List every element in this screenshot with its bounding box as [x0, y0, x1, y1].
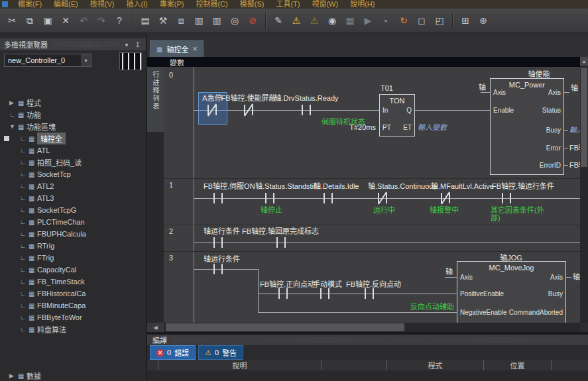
axis-variable[interactable]: 轴 — [466, 83, 486, 91]
pin-icon[interactable]: ↧ — [134, 41, 142, 48]
line-comment-tab[interactable]: 行註釋列表 — [147, 67, 164, 132]
tree-item[interactable]: ∟▦ATL3 — [0, 192, 146, 204]
warning-dim-icon[interactable]: ⚠ — [306, 12, 323, 29]
no-contact[interactable] — [263, 193, 276, 203]
tree-item[interactable]: ∟▦FBUPHCalcula — [0, 228, 146, 240]
build-tools-icon[interactable]: ⚒ — [154, 12, 172, 29]
ladder-editor[interactable]: 0 A急停 FB轴控.使能屏蔽 轴.DrvStatus.Ready 伺服待机状态… — [164, 67, 580, 323]
vertical-scrollbar[interactable]: ▲ — [580, 57, 588, 323]
errors-tab[interactable]: ✕ 0 錯誤 — [150, 345, 196, 360]
menu-controller[interactable]: 控制器(C) — [190, 0, 233, 9]
tree-item[interactable]: ∟▦FBByteToWor — [0, 311, 146, 323]
ladder-editor-icon[interactable]: ⧈ — [172, 12, 190, 29]
tree-item-axis-control[interactable]: ∟▦轴控全 — [0, 133, 146, 144]
tree-item-function-blocks[interactable]: ▼▦功能區塊 — [0, 121, 146, 133]
tree-item-data[interactable]: ▶▦數據 — [0, 370, 146, 381]
nc-contact-emergency-stop[interactable] — [206, 105, 219, 115]
tab-axis-control[interactable]: ▦ 轴控全 × — [150, 40, 204, 57]
column-location[interactable]: 位置 — [483, 360, 551, 370]
no-contact[interactable] — [500, 193, 513, 203]
chevron-down-icon[interactable]: ▼ — [81, 54, 91, 66]
horizontal-scrollbar-thumb[interactable] — [166, 323, 404, 331]
scroll-up-button[interactable]: ▲ — [580, 57, 588, 66]
timer-block-ton[interactable]: TON In Q PT ET — [379, 94, 415, 136]
zoom-icon[interactable]: ⊕ — [475, 12, 492, 29]
tree-item[interactable]: ∟▦SocketTcp — [0, 168, 146, 180]
tree-item[interactable]: ∟▦拍照_扫码_读 — [0, 156, 146, 168]
frame-a-icon[interactable]: ◻ — [413, 12, 430, 29]
controller-select[interactable]: new_Controller_0 ▼ — [4, 54, 91, 67]
frame-b-icon[interactable]: ◰ — [431, 12, 448, 29]
undo-icon[interactable]: ↶ — [75, 12, 92, 29]
menu-file[interactable]: 檔案(F) — [12, 0, 48, 9]
no-contact[interactable] — [276, 288, 290, 299]
tree-item[interactable]: ∟▦RTrig — [0, 240, 146, 252]
variables-section-bar[interactable]: 變數 — [147, 57, 588, 67]
tree-item[interactable]: ∟▦SocketTcpG — [0, 204, 146, 216]
rung-number[interactable]: 2 — [169, 227, 173, 235]
function-block-mc-movejog[interactable]: MC_MoveJog Axis PositiveEnable NegativeE… — [457, 261, 566, 323]
watch-icon[interactable]: ◉ — [323, 12, 341, 29]
menu-view[interactable]: 檢視(V) — [84, 0, 121, 9]
menu-project[interactable]: 專案(P) — [154, 0, 190, 9]
no-contact[interactable] — [211, 193, 225, 203]
monitor-icon[interactable]: ▥ — [208, 12, 225, 29]
sync-icon[interactable]: ↻ — [395, 12, 412, 29]
menu-edit[interactable]: 編輯(E) — [48, 0, 84, 9]
errorid-out-variable[interactable]: FB轴控 — [569, 161, 580, 169]
help-icon[interactable]: ? — [111, 12, 128, 29]
no-contact[interactable] — [211, 237, 225, 248]
tree-item[interactable]: ∟▦ATL — [0, 144, 146, 156]
vertical-scrollbar-thumb[interactable] — [581, 68, 587, 167]
search-icon[interactable]: ◎ — [226, 12, 243, 29]
abort-icon[interactable]: ⊘ — [244, 12, 261, 29]
no-contact[interactable] — [274, 237, 288, 248]
tree-item[interactable]: ∟▦FBHistoricalCa — [0, 288, 146, 299]
tree-item[interactable]: ∟▦FB_TimeStack — [0, 276, 146, 288]
nc-contact[interactable] — [376, 193, 389, 203]
tree-item[interactable]: ∟▦CapacityCal — [0, 264, 146, 276]
no-contact[interactable] — [322, 193, 335, 203]
rung-number[interactable]: 0 — [169, 71, 173, 79]
rung-number[interactable]: 1 — [169, 181, 173, 189]
warnings-tab[interactable]: ⚠ 0 警告 — [198, 345, 243, 360]
menu-window[interactable]: 視窗(W) — [306, 0, 344, 9]
menu-help[interactable]: 說明(H) — [344, 0, 381, 9]
collapse-icon[interactable]: ▾ — [124, 41, 130, 48]
horizontal-scrollbar[interactable] — [164, 323, 580, 332]
function-block-mc-power[interactable]: MC_Power Axis Enable Axis Status Busy Er… — [490, 78, 564, 175]
column-program[interactable]: 程式 — [386, 360, 483, 370]
nc-contact[interactable] — [439, 193, 452, 203]
menu-insert[interactable]: 插入(I) — [120, 0, 153, 9]
menu-tools[interactable]: 工具(T) — [270, 0, 306, 9]
menu-simulation[interactable]: 模擬(S) — [234, 0, 270, 9]
grid-icon[interactable]: ▦ — [341, 12, 359, 29]
edit-variables-icon[interactable]: ✎ — [270, 12, 287, 29]
error-out-variable[interactable]: FB轴控 — [569, 144, 580, 152]
timer-pt-value[interactable]: T#20ms — [341, 123, 376, 131]
run-icon[interactable]: ▶ — [359, 12, 377, 29]
axis-out-variable[interactable]: 轴 — [571, 84, 578, 92]
stop-icon[interactable]: ▪ — [377, 12, 394, 29]
build-result-list[interactable] — [147, 370, 588, 381]
tree-item[interactable]: ∟▦FBMinuteCapa — [0, 299, 146, 311]
busy-out-placeholder[interactable]: 輸入變數 — [569, 126, 580, 134]
nc-contact[interactable] — [242, 105, 255, 115]
redo-icon[interactable]: ↷ — [93, 12, 110, 29]
window-icon[interactable]: ▤ — [137, 12, 154, 29]
no-contact[interactable] — [300, 105, 313, 115]
scroll-left-button[interactable]: ◀ — [147, 323, 164, 332]
tree-item[interactable]: ∟▦ATL2 — [0, 180, 146, 192]
tree-item[interactable]: ∟▦FTrig — [0, 252, 146, 264]
delete-icon[interactable]: ✕ — [57, 12, 74, 29]
no-contact[interactable] — [363, 288, 376, 299]
axis-variable[interactable]: 轴 — [429, 268, 453, 276]
rung-number[interactable]: 3 — [169, 254, 173, 262]
tree-item[interactable]: ∟▦PLCTimeChan — [0, 216, 146, 228]
tree-item[interactable]: ∟▦料盘算法 — [0, 323, 146, 335]
axis-out-variable[interactable]: 轴 — [573, 273, 580, 281]
select-area-icon[interactable]: ⊞ — [457, 12, 474, 29]
io-map-icon[interactable]: ▥ — [190, 12, 207, 29]
no-contact[interactable] — [318, 288, 331, 299]
close-icon[interactable]: × — [192, 44, 197, 54]
